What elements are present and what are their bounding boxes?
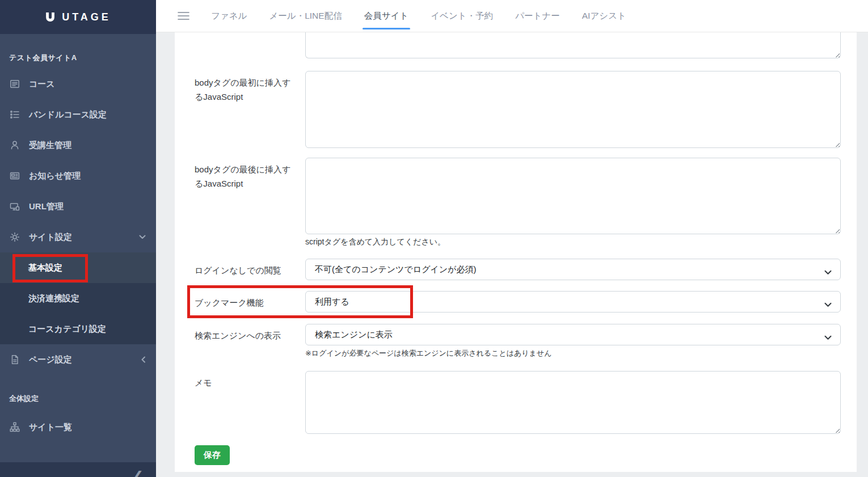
utage-logo-text: UTAGE: [62, 11, 111, 23]
sidebar-item-site-settings[interactable]: サイト設定: [0, 222, 156, 252]
bookmark-label: ブックマーク機能: [195, 291, 305, 313]
sidebar-item-bundle-course[interactable]: バンドルコース設定: [0, 99, 156, 130]
save-button[interactable]: 保存: [195, 445, 230, 465]
sidebar: UTAGE テスト会員サイトA コース バンドルコース設定 受講生管理: [0, 0, 156, 477]
search-engine-selected-value: 検索エンジンに表示: [315, 330, 393, 340]
chevron-left-icon: [141, 356, 146, 363]
newspaper-icon: [9, 171, 20, 181]
login-view-select[interactable]: 不可(全てのコンテンツでログインが必須): [305, 259, 841, 280]
login-view-label: ログインなしでの閲覧: [195, 259, 305, 280]
sidebar-item-label: サイト設定: [29, 232, 72, 243]
tab-member-site[interactable]: 会員サイト: [364, 7, 410, 26]
sidebar-item-label: 受講生管理: [29, 140, 71, 151]
main-area: ファネル メール・LINE配信 会員サイト イベント・予約 パートナー AIアシ…: [156, 0, 868, 477]
memo-label: メモ: [195, 371, 305, 434]
user-icon: [9, 140, 20, 150]
submenu-item-payment-settings[interactable]: 決済連携設定: [0, 283, 156, 314]
chevron-down-icon: [824, 299, 832, 309]
body-end-js-hint: scriptタグを含めて入力してください。: [305, 237, 841, 247]
search-engine-hint: ※ログインが必要なページは検索エンジンに表示されることはありません: [305, 348, 841, 358]
form-row-memo: メモ: [195, 371, 841, 434]
sidebar-item-label: ページ設定: [29, 354, 72, 365]
sidebar-item-label: お知らせ管理: [29, 171, 81, 181]
sidebar-item-url-management[interactable]: URL管理: [0, 191, 156, 222]
sitemap-icon: [9, 422, 20, 432]
bundle-list-icon: [9, 109, 20, 120]
utage-logo[interactable]: UTAGE: [0, 0, 156, 34]
sidebar-item-label: URL管理: [29, 201, 64, 212]
sidebar-item-announcements[interactable]: お知らせ管理: [0, 161, 156, 191]
sidebar-item-label: サイト一覧: [29, 422, 72, 433]
tab-ai-assist[interactable]: AIアシスト: [582, 7, 627, 26]
submenu-item-label: 基本設定: [28, 263, 62, 273]
tab-mail-line[interactable]: メール・LINE配信: [268, 7, 342, 26]
tab-partner[interactable]: パートナー: [515, 7, 561, 26]
submenu-item-course-category-settings[interactable]: コースカテゴリ設定: [0, 314, 156, 344]
submenu-item-label: コースカテゴリ設定: [28, 324, 106, 335]
site-settings-submenu: 基本設定 決済連携設定 コースカテゴリ設定: [0, 252, 156, 344]
page-icon: [9, 354, 20, 365]
chevron-down-icon: [824, 332, 832, 342]
utage-logo-icon: [45, 12, 56, 22]
chevron-down-icon: [139, 235, 146, 239]
menu-icon[interactable]: [178, 11, 189, 20]
sidebar-item-course[interactable]: コース: [0, 69, 156, 99]
sidebar-item-label: バンドルコース設定: [29, 109, 107, 120]
body-start-js-textarea[interactable]: [305, 71, 841, 148]
course-icon: [9, 79, 20, 89]
form-row-body-end-js: bodyタグの最後に挿入するJavaScript scriptタグを含めて入力し…: [195, 158, 841, 247]
bookmark-selected-value: 利用する: [315, 297, 349, 307]
collapse-sidebar-icon: ❮: [133, 470, 144, 477]
form-row-bookmark: ブックマーク機能 利用する: [195, 291, 841, 313]
search-engine-select[interactable]: 検索エンジンに表示: [305, 324, 841, 345]
body-end-js-textarea[interactable]: [305, 158, 841, 234]
bookmark-select[interactable]: 利用する: [305, 291, 841, 313]
gear-icon: [9, 232, 20, 242]
chevron-down-icon: [824, 267, 832, 277]
submenu-item-label: 決済連携設定: [28, 293, 79, 304]
settings-form-card: bodyタグの最初に挿入するJavaScript bodyタグの最後に挿入するJ…: [175, 32, 857, 472]
current-site-name: テスト会員サイトA: [0, 34, 156, 63]
head-js-textarea[interactable]: [305, 32, 841, 58]
login-view-selected-value: 不可(全てのコンテンツでログインが必須): [315, 264, 477, 275]
form-row-login-view: ログインなしでの閲覧 不可(全てのコンテンツでログインが必須): [195, 259, 841, 280]
form-row-body-start-js: bodyタグの最初に挿入するJavaScript: [195, 71, 841, 148]
top-navigation: ファネル メール・LINE配信 会員サイト イベント・予約 パートナー AIアシ…: [156, 0, 868, 32]
tab-funnel[interactable]: ファネル: [210, 7, 247, 26]
sidebar-item-site-list[interactable]: サイト一覧: [0, 412, 156, 442]
body-start-js-label: bodyタグの最初に挿入するJavaScript: [195, 71, 305, 148]
sidebar-section-global-settings: 全体設定: [0, 375, 156, 404]
form-row-head-js: [195, 32, 841, 58]
sidebar-item-label: コース: [29, 79, 55, 90]
sidebar-item-page-settings[interactable]: ページ設定: [0, 344, 156, 375]
content-area: bodyタグの最初に挿入するJavaScript bodyタグの最後に挿入するJ…: [156, 32, 868, 477]
submenu-item-basic-settings[interactable]: 基本設定: [0, 252, 156, 283]
body-end-js-label: bodyタグの最後に挿入するJavaScript: [195, 158, 305, 247]
memo-textarea[interactable]: [305, 371, 841, 434]
app-root: UTAGE テスト会員サイトA コース バンドルコース設定 受講生管理: [0, 0, 868, 477]
form-label-empty: [195, 32, 305, 58]
sidebar-collapse-bar[interactable]: ❮: [0, 462, 156, 477]
form-row-search-engine: 検索エンジンへの表示 検索エンジンに表示 ※ログインが必要なページは検索エンジン…: [195, 324, 841, 358]
tab-event-booking[interactable]: イベント・予約: [430, 7, 494, 26]
devices-icon: [9, 201, 20, 212]
sidebar-nav: コース バンドルコース設定 受講生管理 お知らせ管理: [0, 69, 156, 442]
sidebar-item-students[interactable]: 受講生管理: [0, 130, 156, 161]
search-engine-label: 検索エンジンへの表示: [195, 324, 305, 358]
